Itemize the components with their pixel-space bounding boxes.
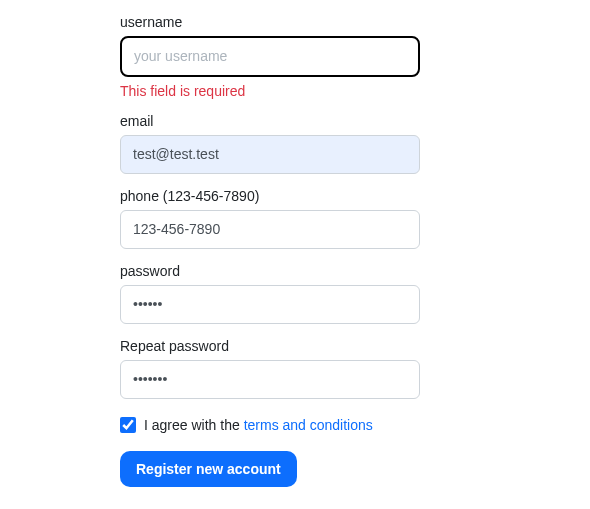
agreement-checkbox[interactable] xyxy=(120,417,136,433)
repeat-password-group: Repeat password xyxy=(120,338,590,399)
password-label: password xyxy=(120,263,590,279)
terms-link[interactable]: terms and conditions xyxy=(244,417,373,433)
phone-input[interactable] xyxy=(120,210,420,249)
password-input[interactable] xyxy=(120,285,420,324)
repeat-password-label: Repeat password xyxy=(120,338,590,354)
email-label: email xyxy=(120,113,590,129)
password-group: password xyxy=(120,263,590,324)
agreement-row: I agree with the terms and conditions xyxy=(120,417,590,433)
agreement-label: I agree with the terms and conditions xyxy=(144,417,373,433)
username-error: This field is required xyxy=(120,83,590,99)
email-input[interactable] xyxy=(120,135,420,174)
username-label: username xyxy=(120,14,590,30)
register-button[interactable]: Register new account xyxy=(120,451,297,487)
username-input[interactable] xyxy=(120,36,420,77)
phone-group: phone (123-456-7890) xyxy=(120,188,590,249)
agreement-label-prefix: I agree with the xyxy=(144,417,244,433)
repeat-password-input[interactable] xyxy=(120,360,420,399)
username-group: username This field is required xyxy=(120,14,590,99)
email-group: email xyxy=(120,113,590,174)
phone-label: phone (123-456-7890) xyxy=(120,188,590,204)
